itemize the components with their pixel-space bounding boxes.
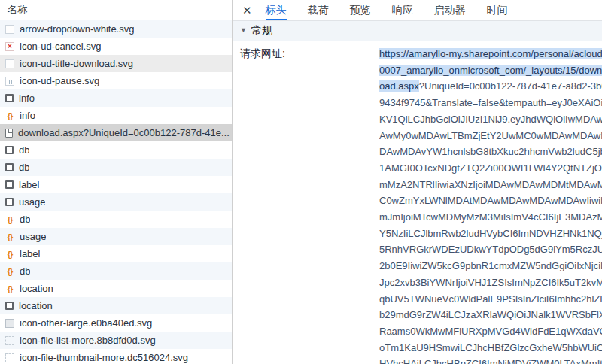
request-url-row: 请求网址: https://amaryllo-my.sharepoint.com… (233, 41, 602, 364)
request-url-value[interactable]: https://amaryllo-my.sharepoint.com/perso… (379, 46, 602, 364)
request-name: info (20, 110, 35, 121)
plain-resource-icon (5, 180, 14, 189)
request-row[interactable]: {} db (0, 262, 232, 280)
request-row[interactable]: db (0, 141, 232, 159)
details-tabbar: ✕ 标头载荷预览响应启动器时间 (233, 0, 602, 21)
tab-headers[interactable]: 标头 (266, 0, 287, 20)
tab-preview[interactable]: 预览 (350, 0, 371, 20)
broken-image-icon: × (5, 42, 14, 51)
json-braces-icon: {} (5, 267, 14, 276)
request-details-pane: ✕ 标头载荷预览响应启动器时间 ▼ 常规 请求网址: https://amary… (233, 0, 602, 364)
tab-payload[interactable]: 载荷 (308, 0, 329, 20)
request-row[interactable]: icon-ud-pause.svg (0, 72, 232, 89)
request-name: label (19, 179, 39, 190)
request-name: db (19, 162, 29, 173)
request-row[interactable]: info (0, 89, 232, 107)
image-file-icon (5, 336, 14, 345)
request-row[interactable]: icon-file-list-more.8b8dfd0d.svg (0, 332, 232, 349)
requests-pane: 名称 arrow-dropdown-white.svg × icon-ud-ca… (0, 0, 233, 364)
plain-resource-icon (5, 163, 14, 171)
plain-resource-icon (5, 198, 14, 206)
document-icon (5, 129, 13, 138)
request-row[interactable]: usage (0, 193, 232, 211)
request-name: icon-ud-title-download.svg (20, 58, 133, 69)
request-name: icon-ud-cancel.svg (20, 41, 101, 52)
plain-resource-icon (5, 94, 14, 102)
tab-response[interactable]: 响应 (392, 0, 413, 20)
request-name: icon-file-list-more.8b8dfd0d.svg (20, 335, 156, 346)
image-file-icon (5, 77, 14, 86)
triangle-down-icon: ▼ (240, 26, 247, 34)
requests-list: arrow-dropdown-white.svg × icon-ud-cance… (0, 20, 232, 364)
general-section-title: 常规 (251, 24, 272, 38)
request-row[interactable]: location (0, 297, 232, 314)
image-file-icon (5, 25, 14, 34)
request-row[interactable]: {} usage (0, 228, 232, 245)
json-braces-icon: {} (5, 284, 14, 293)
devtools-network-panel: 名称 arrow-dropdown-white.svg × icon-ud-ca… (0, 0, 602, 364)
request-name: info (19, 93, 35, 104)
image-file-icon (5, 353, 14, 362)
image-file-icon (5, 319, 14, 328)
request-row[interactable]: {} location (0, 280, 232, 297)
request-name: usage (19, 196, 45, 208)
request-name: icon-other-large.e0ba40ed.svg (20, 317, 152, 329)
general-section-header[interactable]: ▼ 常规 (233, 21, 602, 41)
json-braces-icon: {} (5, 215, 14, 224)
request-row[interactable]: icon-file-thumbnail-more.dc516024.svg (0, 349, 232, 364)
request-name: label (20, 248, 40, 259)
request-row[interactable]: {} db (0, 211, 232, 228)
request-row[interactable]: {} label (0, 245, 232, 262)
request-row[interactable]: {} info (0, 107, 232, 124)
close-icon[interactable]: ✕ (239, 4, 255, 17)
request-name: location (19, 300, 53, 311)
plain-resource-icon (5, 146, 14, 154)
json-braces-icon: {} (5, 250, 14, 259)
request-row[interactable]: label (0, 176, 232, 193)
request-name: icon-file-thumbnail-more.dc516024.svg (20, 352, 188, 363)
request-name: db (20, 265, 30, 277)
request-row[interactable]: × icon-ud-cancel.svg (0, 38, 232, 55)
name-column-label: 名称 (8, 3, 27, 17)
request-row[interactable]: download.aspx?UniqueId=0c00b122-787d-41e… (0, 124, 232, 141)
request-row[interactable]: icon-other-large.e0ba40ed.svg (0, 314, 232, 332)
request-row[interactable]: db (0, 159, 232, 176)
request-name: db (20, 214, 30, 225)
image-file-icon (5, 59, 14, 68)
request-name: download.aspx?UniqueId=0c00b122-787d-41e… (18, 127, 230, 138)
request-url-label: 请求网址: (240, 46, 379, 364)
json-braces-icon: {} (5, 232, 14, 241)
tab-timing[interactable]: 时间 (487, 0, 508, 20)
request-name: location (20, 283, 53, 294)
request-name: db (19, 144, 29, 156)
details-tabs: 标头载荷预览响应启动器时间 (266, 0, 529, 20)
tab-initiator[interactable]: 启动器 (434, 0, 466, 20)
request-row[interactable]: icon-ud-title-download.svg (0, 55, 232, 72)
json-braces-icon: {} (5, 111, 14, 120)
request-name: arrow-dropdown-white.svg (20, 23, 134, 35)
request-row[interactable]: arrow-dropdown-white.svg (0, 20, 232, 38)
request-name: usage (20, 231, 46, 242)
name-column-header[interactable]: 名称 (0, 0, 232, 20)
request-name: icon-ud-pause.svg (20, 75, 99, 86)
plain-resource-icon (5, 302, 14, 310)
